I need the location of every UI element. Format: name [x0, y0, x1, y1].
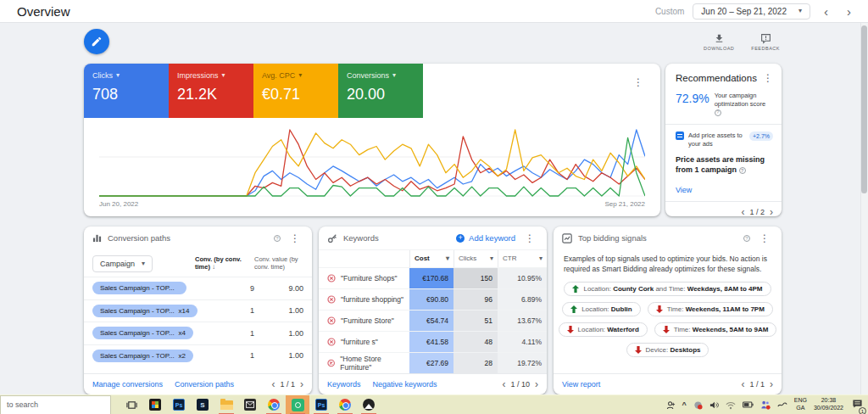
recommendation-item[interactable]: Add price assets to your ads +2.7% [665, 125, 782, 148]
pager-prev-button[interactable]: ‹ [741, 379, 744, 389]
metric-conversions[interactable]: Conversions▾ 20.00 [338, 64, 423, 118]
help-icon[interactable]: ? [715, 109, 721, 116]
metric-avg-cpc-value: €0.71 [262, 86, 330, 104]
manage-conversions-link[interactable]: Manage conversions [92, 380, 163, 389]
arrow-up-icon [572, 285, 579, 293]
help-icon[interactable]: ? [739, 167, 746, 174]
pager-prev-button[interactable]: ‹ [741, 207, 744, 217]
taskbar-search-input[interactable]: to search [0, 395, 111, 414]
chart-menu-button[interactable]: ⋮ [630, 75, 647, 90]
col-ctr-header[interactable]: CTR▾ [498, 250, 547, 267]
photos-button[interactable] [357, 395, 381, 414]
pager-prev-button[interactable]: ‹ [502, 379, 505, 389]
table-row: "Home Store Furniture" €27.69 28 19.72% [319, 352, 547, 373]
chrome-button[interactable] [262, 395, 286, 414]
metric-clicks[interactable]: Clicks▾ 708 [84, 64, 169, 118]
signal-pill: Time: Weekends, 5AM to 9AM [654, 322, 777, 337]
task-view-button[interactable] [120, 395, 143, 414]
conversion-paths-link[interactable]: Conversion paths [175, 380, 234, 389]
keyword-status-icon [327, 274, 336, 283]
recommendations-pager: ‹ 1 / 2 › [741, 207, 773, 217]
show-hidden-icons-button[interactable]: ^ [682, 400, 687, 409]
next-range-button[interactable]: › [842, 5, 856, 18]
tray-chrome-button[interactable] [693, 400, 703, 410]
view-report-link[interactable]: View report [562, 380, 600, 389]
task-view-icon [126, 400, 137, 411]
table-row: Sales Campaign - TOP...x4 1 1.00 [84, 322, 312, 344]
col-conv-value-header[interactable]: Conv. value (by conv. time) [254, 255, 303, 271]
network-button[interactable] [726, 400, 736, 410]
insights-icon [562, 233, 572, 243]
teams-button[interactable] [760, 400, 771, 410]
range-type-label: Custom [655, 7, 684, 16]
col-cost-header[interactable]: Cost▾ [409, 250, 453, 267]
microsoft-store-button[interactable] [143, 395, 167, 414]
metric-clicks-value: 708 [92, 86, 160, 104]
edit-button[interactable] [84, 29, 109, 54]
battery-button[interactable] [743, 400, 754, 409]
chevron-down-icon: ▾ [539, 255, 542, 262]
pager-next-button[interactable]: › [770, 207, 773, 217]
chrome-icon [339, 399, 351, 411]
people-icon [666, 400, 676, 410]
chevron-down-icon: ▾ [298, 72, 302, 79]
feedback-button[interactable]: FEEDBACK [751, 33, 780, 51]
add-icon: + [456, 234, 465, 243]
negative-keywords-link[interactable]: Negative keywords [373, 380, 437, 389]
col-clicks-header[interactable]: Clicks▾ [453, 250, 498, 267]
download-button[interactable]: DOWNLOAD [704, 33, 734, 51]
metric-avg-cpc[interactable]: Avg. CPC▾ €0.71 [253, 64, 338, 118]
sort-down-icon: ↓ [212, 263, 215, 271]
help-icon[interactable]: ? [743, 235, 750, 242]
mail-icon [244, 399, 256, 411]
date-range-value: Jun 20 – Sep 21, 2022 [701, 7, 787, 16]
arrow-down-icon [656, 305, 663, 313]
file-explorer-button[interactable] [214, 395, 238, 414]
bidding-signals-pager: ‹ 1 / 1 › [741, 379, 773, 389]
table-row: Sales Campaign - TOP... 9 9.00 [84, 277, 312, 299]
recommendations-menu-button[interactable]: ⋮ [760, 71, 776, 85]
previous-range-button[interactable]: ‹ [819, 5, 833, 18]
help-icon[interactable]: ? [274, 235, 281, 242]
people-button[interactable] [666, 400, 676, 410]
metric-conversions-value: 20.00 [347, 86, 415, 104]
chart-x-end-label: Sep 21, 2022 [604, 200, 645, 208]
keywords-menu-button[interactable]: ⋮ [521, 232, 538, 245]
dimension-dropdown[interactable]: Campaign ▾ [92, 255, 153, 272]
language-indicator[interactable]: ENGGA [794, 397, 807, 412]
notification-center-button[interactable]: 1 [852, 397, 863, 412]
pager-next-button[interactable]: › [770, 379, 773, 389]
mail-button[interactable] [238, 395, 262, 414]
s-app-button[interactable]: S [191, 395, 214, 414]
feedback-icon [760, 33, 771, 44]
date-range-picker[interactable]: Jun 20 – Sep 21, 2022 ▾ [693, 3, 810, 20]
chevron-down-icon: ▾ [222, 72, 225, 79]
pager-next-button[interactable]: › [300, 379, 303, 389]
bidding-signals-menu-button[interactable]: ⋮ [756, 232, 773, 245]
col-conv-header[interactable]: Conv. (by conv. time) ↓ [195, 255, 248, 271]
scrollbar-thumb[interactable] [861, 25, 867, 193]
photoshop-button[interactable]: Ps [167, 395, 191, 414]
photoshop-2-button[interactable]: Ps [309, 395, 333, 414]
active-app-button[interactable] [286, 395, 309, 414]
clock[interactable]: 20:3830/09/2022 [814, 397, 843, 412]
pencil-icon [91, 36, 103, 48]
chrome-profile-button[interactable] [333, 395, 357, 414]
time-value: 20:38 [814, 397, 843, 405]
metric-impressions[interactable]: Impressions▾ 21.2K [169, 64, 253, 118]
signal-pill: Location: Dublin [562, 302, 641, 316]
onedrive-button[interactable] [777, 400, 787, 409]
keywords-link[interactable]: Keywords [327, 380, 361, 389]
volume-button[interactable] [709, 400, 719, 410]
date-range-controls: Custom Jun 20 – Sep 21, 2022 ▾ ‹ › [655, 3, 856, 20]
add-keyword-button[interactable]: + Add keyword [456, 233, 515, 243]
notification-count-badge: 1 [859, 407, 866, 414]
pager-prev-button[interactable]: ‹ [271, 379, 275, 389]
conversion-paths-menu-button[interactable]: ⋮ [287, 232, 303, 245]
key-icon [327, 233, 337, 243]
wifi-icon [726, 400, 736, 410]
arrow-down-icon [635, 346, 642, 354]
view-link[interactable]: View [665, 176, 782, 201]
pager-next-button[interactable]: › [535, 379, 538, 389]
pager-value: 1 / 1 [749, 380, 765, 389]
